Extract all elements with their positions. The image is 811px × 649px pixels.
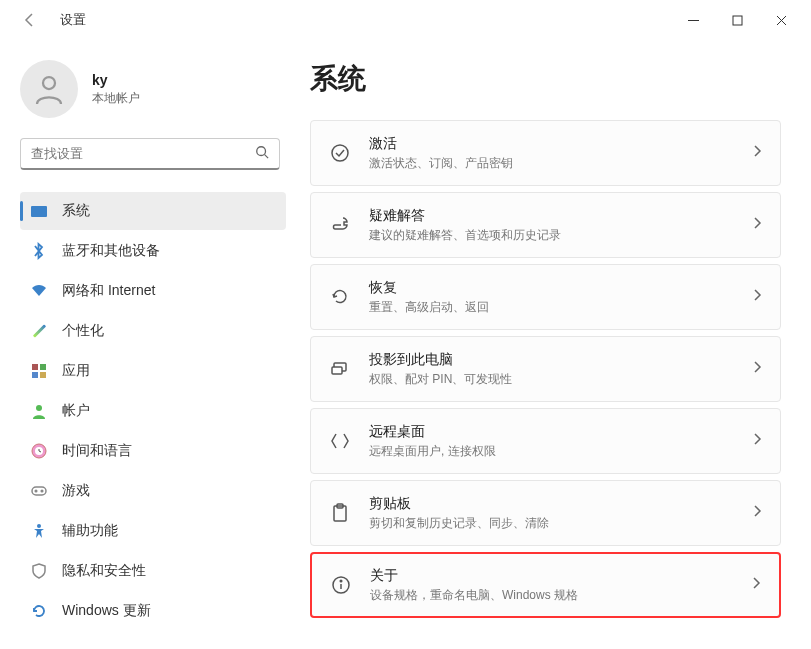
wrench-icon xyxy=(329,214,351,236)
card-title: 投影到此电脑 xyxy=(369,351,752,369)
sidebar-item-label: Windows 更新 xyxy=(62,602,151,620)
sidebar-item-label: 时间和语言 xyxy=(62,442,132,460)
sidebar-item-label: 游戏 xyxy=(62,482,90,500)
avatar xyxy=(20,60,78,118)
username: ky xyxy=(92,72,140,88)
sidebar-item-label: 辅助功能 xyxy=(62,522,118,540)
sidebar-item-label: 隐私和安全性 xyxy=(62,562,146,580)
card-title: 恢复 xyxy=(369,279,752,297)
sidebar-item-personalization[interactable]: 个性化 xyxy=(20,312,286,350)
clock-icon xyxy=(30,442,48,460)
info-icon xyxy=(330,574,352,596)
sidebar-item-windows-update[interactable]: Windows 更新 xyxy=(20,592,286,630)
sidebar-item-label: 蓝牙和其他设备 xyxy=(62,242,160,260)
paintbrush-icon xyxy=(30,322,48,340)
sidebar-item-label: 应用 xyxy=(62,362,90,380)
card-subtitle: 建议的疑难解答、首选项和历史记录 xyxy=(369,227,752,244)
card-subtitle: 激活状态、订阅、产品密钥 xyxy=(369,155,752,172)
sidebar-item-network[interactable]: 网络和 Internet xyxy=(20,272,286,310)
apps-icon xyxy=(30,362,48,380)
card-remote-desktop[interactable]: 远程桌面 远程桌面用户, 连接权限 xyxy=(310,408,781,474)
search-input[interactable] xyxy=(20,138,280,170)
svg-rect-0 xyxy=(733,16,742,25)
sidebar-item-label: 帐户 xyxy=(62,402,90,420)
card-title: 疑难解答 xyxy=(369,207,752,225)
svg-point-8 xyxy=(41,490,43,492)
chevron-right-icon xyxy=(752,144,762,162)
content-area: 系统 激活 激活状态、订阅、产品密钥 疑难解答 建议的疑难解答、首选项和历史记录 xyxy=(300,40,811,649)
svg-point-3 xyxy=(36,405,42,411)
chevron-right-icon xyxy=(752,360,762,378)
page-heading: 系统 xyxy=(310,60,781,98)
maximize-button[interactable] xyxy=(715,5,759,35)
card-title: 剪贴板 xyxy=(369,495,752,513)
person-icon xyxy=(30,402,48,420)
svg-point-1 xyxy=(43,77,55,89)
card-title: 关于 xyxy=(370,567,751,585)
titlebar: 设置 xyxy=(0,0,811,40)
system-icon xyxy=(30,202,48,220)
back-button[interactable] xyxy=(20,10,40,30)
svg-point-16 xyxy=(340,580,342,582)
sidebar-item-system[interactable]: 系统 xyxy=(20,192,286,230)
remote-icon xyxy=(329,430,351,452)
sidebar-item-label: 网络和 Internet xyxy=(62,282,155,300)
sidebar-item-accessibility[interactable]: 辅助功能 xyxy=(20,512,286,550)
card-subtitle: 重置、高级启动、返回 xyxy=(369,299,752,316)
sidebar-item-bluetooth[interactable]: 蓝牙和其他设备 xyxy=(20,232,286,270)
card-subtitle: 设备规格，重命名电脑、Windows 规格 xyxy=(370,587,751,604)
check-circle-icon xyxy=(329,142,351,164)
card-title: 激活 xyxy=(369,135,752,153)
project-icon xyxy=(329,358,351,380)
chevron-right-icon xyxy=(751,576,761,594)
svg-point-10 xyxy=(332,145,348,161)
svg-rect-12 xyxy=(332,367,342,374)
close-button[interactable] xyxy=(759,5,803,35)
bluetooth-icon xyxy=(30,242,48,260)
card-subtitle: 剪切和复制历史记录、同步、清除 xyxy=(369,515,752,532)
card-activation[interactable]: 激活 激活状态、订阅、产品密钥 xyxy=(310,120,781,186)
card-about[interactable]: 关于 设备规格，重命名电脑、Windows 规格 xyxy=(310,552,781,618)
svg-point-7 xyxy=(35,490,37,492)
sidebar-item-label: 个性化 xyxy=(62,322,104,340)
accessibility-icon xyxy=(30,522,48,540)
sidebar-item-accounts[interactable]: 帐户 xyxy=(20,392,286,430)
chevron-right-icon xyxy=(752,216,762,234)
clipboard-icon xyxy=(329,502,351,524)
shield-icon xyxy=(30,562,48,580)
card-recovery[interactable]: 恢复 重置、高级启动、返回 xyxy=(310,264,781,330)
chevron-right-icon xyxy=(752,504,762,522)
card-subtitle: 权限、配对 PIN、可发现性 xyxy=(369,371,752,388)
chevron-right-icon xyxy=(752,432,762,450)
card-troubleshoot[interactable]: 疑难解答 建议的疑难解答、首选项和历史记录 xyxy=(310,192,781,258)
sidebar-item-apps[interactable]: 应用 xyxy=(20,352,286,390)
sidebar-item-privacy[interactable]: 隐私和安全性 xyxy=(20,552,286,590)
sidebar: ky 本地帐户 系统 蓝牙和其他设备 xyxy=(0,40,300,649)
sidebar-item-time-language[interactable]: 时间和语言 xyxy=(20,432,286,470)
recovery-icon xyxy=(329,286,351,308)
controller-icon xyxy=(30,482,48,500)
update-icon xyxy=(30,602,48,620)
account-type: 本地帐户 xyxy=(92,90,140,107)
minimize-button[interactable] xyxy=(671,5,715,35)
nav-list: 系统 蓝牙和其他设备 网络和 Internet 个性化 应用 xyxy=(20,192,286,630)
card-subtitle: 远程桌面用户, 连接权限 xyxy=(369,443,752,460)
wifi-icon xyxy=(30,282,48,300)
card-clipboard[interactable]: 剪贴板 剪切和复制历史记录、同步、清除 xyxy=(310,480,781,546)
card-projecting[interactable]: 投影到此电脑 权限、配对 PIN、可发现性 xyxy=(310,336,781,402)
search-icon xyxy=(255,145,269,163)
profile-section[interactable]: ky 本地帐户 xyxy=(20,60,286,118)
sidebar-item-label: 系统 xyxy=(62,202,90,220)
card-title: 远程桌面 xyxy=(369,423,752,441)
svg-point-2 xyxy=(257,146,266,155)
svg-rect-6 xyxy=(32,487,46,495)
sidebar-item-gaming[interactable]: 游戏 xyxy=(20,472,286,510)
chevron-right-icon xyxy=(752,288,762,306)
app-title: 设置 xyxy=(60,11,86,29)
search-field[interactable] xyxy=(31,146,255,161)
svg-point-9 xyxy=(37,524,41,528)
